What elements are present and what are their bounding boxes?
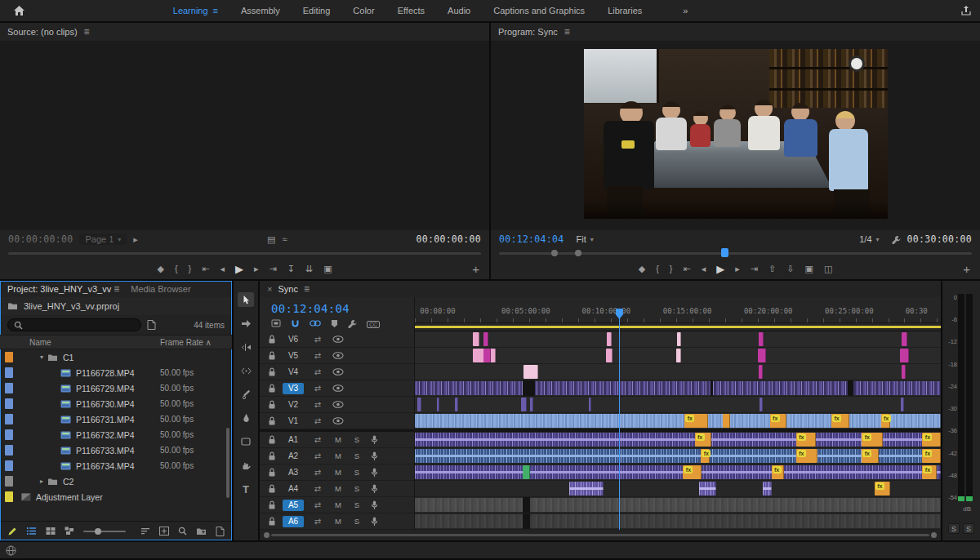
timeline-clip[interactable] bbox=[473, 332, 479, 346]
project-row-c2[interactable]: ▸C2 bbox=[0, 473, 232, 489]
track-lane-A2[interactable]: fxfxfxfx bbox=[415, 448, 941, 464]
fit-dropdown[interactable]: Fit ▾ bbox=[570, 233, 599, 245]
timeline-clip[interactable] bbox=[677, 332, 681, 346]
track-name-A1[interactable]: A1 bbox=[283, 434, 304, 446]
comparison-view-button[interactable]: ◫ bbox=[824, 264, 832, 273]
icon-view-button[interactable] bbox=[46, 527, 56, 536]
workspace-overflow-button[interactable]: » bbox=[675, 6, 696, 16]
workspace-tab-color[interactable]: Color bbox=[341, 0, 385, 21]
project-row-p1166733-mp4[interactable]: P1166733.MP450.00 fps bbox=[0, 442, 232, 458]
timeline-clip[interactable]: fx bbox=[922, 465, 937, 479]
track-header-V2[interactable]: V2⇄ bbox=[260, 397, 414, 413]
timeline-clip[interactable]: fx bbox=[683, 465, 702, 479]
step-back-button[interactable]: ◂ bbox=[702, 264, 706, 273]
tool-type[interactable]: T bbox=[238, 482, 254, 496]
track-name-V5[interactable]: V5 bbox=[283, 350, 304, 362]
track-name-V1[interactable]: V1 bbox=[283, 416, 304, 427]
new-bin-button[interactable] bbox=[196, 527, 207, 536]
mute-button-A2[interactable]: M bbox=[332, 451, 345, 460]
timeline-clip[interactable]: fx bbox=[701, 449, 709, 463]
track-lock-icon[interactable] bbox=[268, 384, 283, 393]
track-lock-icon[interactable] bbox=[268, 400, 283, 409]
timeline-clip[interactable] bbox=[483, 332, 488, 346]
add-marker-button[interactable]: ◆ bbox=[639, 264, 645, 273]
go-to-out-button[interactable]: ⇥ bbox=[751, 264, 758, 273]
track-name-A6[interactable]: A6 bbox=[283, 516, 304, 527]
mark-out-button[interactable]: } bbox=[670, 264, 673, 273]
sync-lock-icon[interactable]: ⇄ bbox=[310, 468, 326, 477]
voiceover-record-icon[interactable] bbox=[371, 500, 378, 510]
button-editor-add-button[interactable]: + bbox=[472, 262, 479, 276]
solo-button-A1[interactable]: S bbox=[350, 435, 363, 444]
timeline-clip[interactable] bbox=[523, 465, 530, 479]
timeline-clip[interactable] bbox=[606, 349, 612, 362]
drag-video-icon[interactable]: ▤ bbox=[267, 234, 275, 245]
timeline-ruler[interactable]: 00:00:0000:05:00:0000:10:00:0000:15:00:0… bbox=[415, 297, 941, 323]
program-playhead-marker[interactable] bbox=[721, 248, 728, 257]
extract-button[interactable]: ⇩ bbox=[786, 264, 794, 273]
project-row-p1166731-mp4[interactable]: P1166731.MP450.00 fps bbox=[0, 411, 232, 427]
timeline-clip[interactable]: fx bbox=[684, 414, 708, 428]
mute-button-A3[interactable]: M bbox=[332, 468, 345, 477]
go-to-in-button[interactable]: ⇤ bbox=[202, 264, 209, 273]
track-name-V3[interactable]: V3 bbox=[283, 383, 304, 394]
button-editor-add-button[interactable]: + bbox=[963, 262, 970, 276]
track-lane-V1[interactable]: fxfxfxfx bbox=[415, 413, 941, 429]
voiceover-record-icon[interactable] bbox=[371, 468, 378, 478]
workspace-tab-captions-and-graphics[interactable]: Captions and Graphics bbox=[482, 0, 596, 21]
overwrite-button[interactable]: ⇊ bbox=[305, 264, 313, 273]
timeline-clip[interactable]: fx bbox=[862, 433, 882, 447]
workspace-tab-effects[interactable]: Effects bbox=[386, 0, 436, 21]
column-name[interactable]: Name bbox=[0, 338, 51, 347]
workspace-tab-assembly[interactable]: Assembly bbox=[229, 0, 292, 21]
track-lock-icon[interactable] bbox=[268, 416, 283, 425]
track-output-eye-icon[interactable] bbox=[332, 417, 344, 424]
captions-button[interactable]: CC bbox=[367, 318, 380, 328]
tool-track-select-forward[interactable] bbox=[238, 316, 254, 331]
timeline-clip[interactable]: fx bbox=[831, 414, 849, 428]
insert-button[interactable]: ↧ bbox=[287, 264, 295, 273]
timeline-clip[interactable] bbox=[848, 380, 853, 396]
timeline-clip[interactable] bbox=[901, 398, 904, 411]
sync-lock-icon[interactable]: ⇄ bbox=[310, 400, 326, 409]
timeline-clip[interactable] bbox=[710, 380, 713, 396]
track-lane-V5[interactable] bbox=[415, 348, 941, 364]
track-lane-A3[interactable]: fxfxfx bbox=[415, 464, 941, 481]
timeline-clip[interactable] bbox=[759, 332, 764, 346]
timeline-clip[interactable] bbox=[763, 482, 772, 496]
zoom-handle-right[interactable] bbox=[575, 250, 581, 256]
sync-lock-icon[interactable]: ⇄ bbox=[310, 335, 326, 344]
voiceover-record-icon[interactable] bbox=[371, 484, 378, 494]
go-to-in-button[interactable]: ⇤ bbox=[684, 264, 691, 273]
track-lock-icon[interactable] bbox=[268, 500, 283, 509]
track-header-V6[interactable]: V6⇄ bbox=[260, 331, 414, 348]
timeline-clip[interactable] bbox=[417, 398, 422, 411]
track-header-V5[interactable]: V5⇄ bbox=[260, 348, 414, 364]
timeline-clip[interactable] bbox=[900, 349, 909, 362]
track-lane-A4[interactable]: fx bbox=[415, 481, 941, 497]
panel-menu-icon[interactable]: ≡ bbox=[564, 26, 570, 38]
sync-lock-icon[interactable]: ⇄ bbox=[310, 367, 326, 376]
track-lock-icon[interactable] bbox=[268, 451, 283, 460]
mute-button-A1[interactable]: M bbox=[332, 435, 345, 444]
nest-button[interactable] bbox=[271, 319, 281, 327]
add-marker-button[interactable]: ◆ bbox=[157, 264, 163, 273]
panel-menu-icon[interactable]: ≡ bbox=[114, 283, 119, 295]
track-lock-icon[interactable] bbox=[268, 484, 283, 493]
voiceover-record-icon[interactable] bbox=[371, 435, 378, 445]
home-button[interactable] bbox=[8, 5, 29, 16]
zoom-handle-left[interactable] bbox=[551, 250, 558, 256]
mute-button-A4[interactable]: M bbox=[332, 484, 345, 493]
track-lock-icon[interactable] bbox=[268, 468, 283, 477]
playback-resolution-dropdown[interactable]: 1/4 ▾ bbox=[853, 233, 884, 245]
scrollbar-handle-right[interactable] bbox=[931, 532, 937, 538]
lift-button[interactable]: ⇧ bbox=[768, 264, 776, 273]
play-button[interactable]: ▶ bbox=[716, 264, 724, 274]
source-scrubber[interactable] bbox=[8, 248, 481, 258]
timeline-clip[interactable] bbox=[523, 497, 530, 513]
work-area-bar[interactable] bbox=[415, 323, 941, 331]
mute-button-A5[interactable]: M bbox=[332, 500, 345, 509]
track-name-V4[interactable]: V4 bbox=[283, 367, 304, 378]
sync-lock-icon[interactable]: ⇄ bbox=[310, 435, 326, 444]
timeline-clip[interactable]: fx bbox=[881, 414, 890, 428]
